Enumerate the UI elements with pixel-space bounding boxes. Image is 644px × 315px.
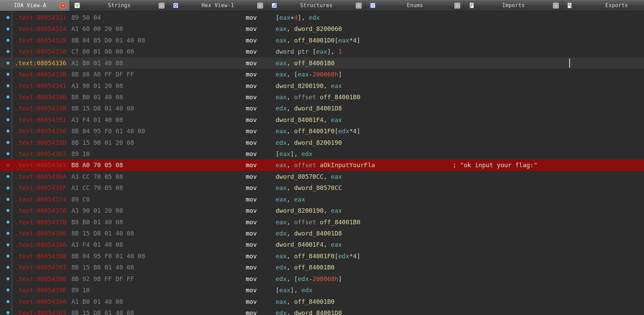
address-offset: 08054376 bbox=[37, 207, 66, 214]
close-tab-icon[interactable] bbox=[159, 3, 164, 8]
address: .text:08054336 bbox=[15, 57, 66, 69]
name-operand[interactable]: aOkInputYourFla bbox=[320, 161, 375, 169]
name-operand[interactable]: dword_80570CC bbox=[276, 173, 324, 180]
operands: [eax], edx bbox=[276, 148, 312, 159]
disasm-line[interactable]: .text:080543568B 04 95 F0 01 40 08moveax… bbox=[0, 125, 644, 137]
code-bytes: 8B 15 D8 01 40 08 bbox=[71, 228, 134, 239]
operand-token: dword ptr bbox=[276, 48, 312, 55]
close-tab-icon[interactable] bbox=[553, 3, 559, 8]
imports-icon bbox=[469, 3, 474, 8]
tab-hex-view-1[interactable]: Hex View-1 bbox=[168, 0, 267, 11]
name-operand[interactable]: off_84001B0 bbox=[320, 93, 360, 101]
code-bytes: 8B 15 90 01 20 08 bbox=[71, 137, 134, 148]
disasm-line[interactable]: .text:0805436AA3 CC 70 05 08movdword_805… bbox=[0, 171, 644, 182]
close-tab-icon[interactable] bbox=[257, 3, 263, 8]
segment-name: .text: bbox=[15, 230, 37, 237]
address-offset: 08054380 bbox=[37, 230, 66, 237]
address: .text:08054365 bbox=[15, 159, 66, 171]
operand-token: , bbox=[324, 116, 331, 123]
tab-ida-view-a[interactable]: IDA View-A bbox=[0, 0, 70, 11]
code-bytes: A3 F4 01 40 08 bbox=[71, 114, 123, 125]
disasm-line[interactable]: .text:0805439E89 10mov[eax], edx bbox=[0, 284, 644, 296]
mnemonic: mov bbox=[246, 91, 257, 103]
operands: dword_84001F4, eax bbox=[276, 114, 342, 125]
address: .text:080543A5 bbox=[15, 307, 66, 315]
name-operand[interactable]: dword_8200060 bbox=[294, 25, 342, 32]
disasm-line[interactable]: .text:08054341A3 90 01 20 08movdword_820… bbox=[0, 80, 644, 91]
tab-structures[interactable]: Structures bbox=[267, 0, 365, 11]
operand-token: - bbox=[309, 71, 313, 78]
name-operand[interactable]: dword_84001D8 bbox=[294, 230, 342, 237]
name-operand[interactable]: dword_84001D8 bbox=[294, 105, 342, 112]
code-dot-icon bbox=[6, 187, 10, 190]
tab-strings[interactable]: sStrings bbox=[70, 0, 168, 11]
address: .text:08054376 bbox=[15, 205, 66, 216]
disasm-line[interactable]: .text:080543A0A1 B0 01 40 08moveax, off_… bbox=[0, 296, 644, 307]
name-operand[interactable]: dword_84001F4 bbox=[276, 241, 324, 248]
disasm-line[interactable]: .text:0805437489 C0moveax, eax bbox=[0, 194, 644, 205]
disasm-line[interactable]: .text:08054330C7 00 01 00 00 00movdword … bbox=[0, 46, 644, 57]
disasm-line[interactable]: .text:0805433B8B 80 A0 FF DF FFmoveax, [… bbox=[0, 69, 644, 80]
address: .text:0805433B bbox=[15, 69, 66, 80]
disasm-line[interactable]: .text:0805436FA1 CC 70 05 08moveax, dwor… bbox=[0, 182, 644, 193]
disasm-line[interactable]: .text:08054386A3 F4 01 40 08movdword_840… bbox=[0, 239, 644, 250]
close-tab-icon[interactable] bbox=[454, 3, 460, 8]
disasm-line[interactable]: .text:08054365B8 A0 70 05 08moveax, offs… bbox=[0, 159, 644, 171]
disasm-line[interactable]: .text:0805434B8B 15 D8 01 40 08movedx, d… bbox=[0, 103, 644, 114]
disasm-line[interactable]: .text:0805435D8B 15 90 01 20 08movedx, d… bbox=[0, 137, 644, 148]
disasm-line[interactable]: .text:08054336A1 B0 01 40 08moveax, off_… bbox=[0, 57, 644, 69]
disasm-line[interactable]: .text:0805438B8B 04 95 F0 01 40 08moveax… bbox=[0, 250, 644, 262]
disasm-line[interactable]: .text:080543A58B 15 D8 01 40 08movedx, d… bbox=[0, 307, 644, 315]
disasm-line[interactable]: .text:080543928B 15 B0 01 40 08movedx, o… bbox=[0, 262, 644, 273]
name-operand[interactable]: dword_8200190 bbox=[276, 207, 324, 214]
disasm-line[interactable]: .text:08054376A3 90 01 20 08movdword_820… bbox=[0, 205, 644, 216]
address: .text:08054392 bbox=[15, 262, 66, 273]
code-bytes: A3 90 01 20 08 bbox=[71, 80, 123, 91]
disasm-line[interactable]: .text:080543988B 92 98 FF DF FFmovedx, [… bbox=[0, 273, 644, 284]
tab-label: Strings bbox=[80, 2, 159, 8]
code-bytes: 89 50 04 bbox=[71, 12, 101, 23]
operands: dword_8200190, eax bbox=[276, 205, 342, 216]
mnemonic: mov bbox=[246, 80, 257, 91]
tab-imports[interactable]: Imports bbox=[464, 0, 562, 11]
operand-token: [ bbox=[276, 14, 279, 21]
name-operand[interactable]: off_84001D0 bbox=[294, 37, 334, 44]
name-operand[interactable]: off_84001B0 bbox=[294, 264, 334, 271]
close-tab-icon[interactable] bbox=[356, 3, 362, 8]
disasm-line[interactable]: .text:08054324A1 60 00 20 08moveax, dwor… bbox=[0, 23, 644, 34]
exports-icon bbox=[567, 3, 573, 8]
operand-token: ] bbox=[338, 71, 342, 78]
disasm-line[interactable]: .text:0805437BB8 B0 01 40 08moveax, offs… bbox=[0, 216, 644, 228]
disasm-line[interactable]: .text:08054351A3 F4 01 40 08movdword_840… bbox=[0, 114, 644, 125]
name-operand[interactable]: off_84001B0 bbox=[294, 298, 334, 305]
operand-token: , bbox=[287, 37, 294, 44]
name-operand[interactable]: dword_84001D8 bbox=[294, 309, 342, 315]
disasm-line[interactable]: .text:0805432189 50 04mov[eax+4], edx bbox=[0, 12, 644, 23]
address-offset: 08054336 bbox=[37, 59, 66, 67]
name-operand[interactable]: off_84001B0 bbox=[320, 218, 360, 226]
name-operand[interactable]: off_84001F0 bbox=[294, 252, 334, 260]
address: .text:08054386 bbox=[15, 239, 66, 250]
name-operand[interactable]: dword_80570CC bbox=[294, 184, 342, 191]
name-operand[interactable]: off_84001F0 bbox=[294, 127, 334, 135]
disasm-line[interactable]: .text:080543298B 04 85 D0 01 40 08moveax… bbox=[0, 35, 644, 46]
disasm-line[interactable]: .text:0805436389 10mov[eax], edx bbox=[0, 148, 644, 159]
register-operand: eax bbox=[276, 252, 287, 260]
name-operand[interactable]: dword_8200190 bbox=[294, 139, 342, 146]
name-operand[interactable]: off_84001B0 bbox=[294, 59, 334, 67]
tab-enums[interactable]: Enums bbox=[365, 0, 464, 11]
name-operand[interactable]: dword_84001F4 bbox=[276, 116, 324, 123]
code-bytes: B8 B0 01 40 08 bbox=[71, 216, 123, 228]
disasm-line[interactable]: .text:080543808B 15 D8 01 40 08movedx, d… bbox=[0, 228, 644, 239]
segment-name: .text: bbox=[15, 252, 37, 260]
close-tab-icon[interactable] bbox=[60, 3, 66, 8]
name-operand[interactable]: dword_8200190 bbox=[276, 82, 324, 89]
mnemonic: mov bbox=[246, 296, 257, 307]
register-operand: eax bbox=[331, 116, 342, 123]
tab-exports[interactable]: Exports bbox=[562, 0, 644, 11]
segment-name: .text: bbox=[15, 82, 37, 89]
operand-token: [ bbox=[334, 37, 338, 44]
disasm-line[interactable]: .text:08054346B8 B0 01 40 08moveax, offs… bbox=[0, 91, 644, 103]
text-cursor bbox=[569, 58, 570, 68]
operands: edx, off_84001B0 bbox=[276, 262, 334, 273]
